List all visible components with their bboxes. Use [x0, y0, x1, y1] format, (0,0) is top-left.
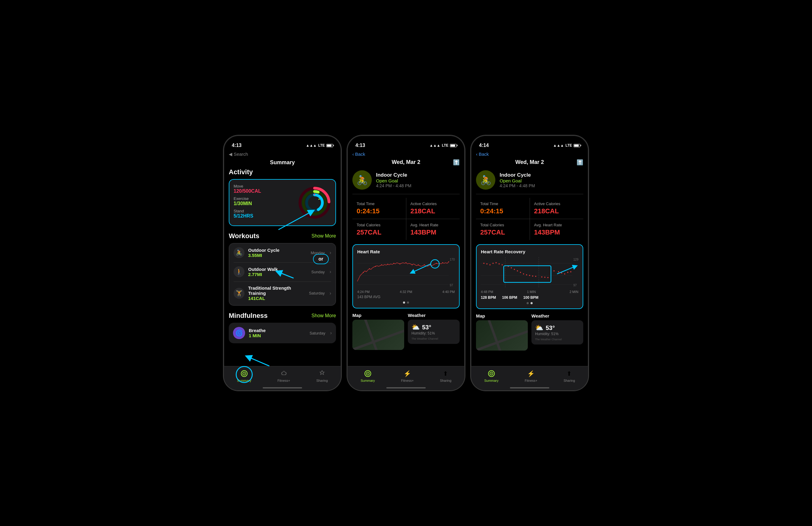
tab-summary-3[interactable]: Summary [484, 369, 498, 382]
dot-1-2 [403, 302, 405, 304]
fitness-tab-icon [280, 369, 288, 378]
total-time-label-3: Total Time [480, 202, 525, 206]
chart-scale-3: 129 97 [573, 257, 578, 288]
avg-hr-cell-3: Avg. Heart Rate 143BPM [530, 219, 583, 240]
avg-hr-label-2: Avg. Heart Rate [410, 223, 456, 227]
svg-text:▲: ▲ [318, 198, 320, 200]
stand-value: 5/12HRS [234, 213, 298, 219]
chart-time2-3: 1 MIN [527, 290, 536, 294]
cycle-icon: 🚴 [234, 247, 245, 258]
total-time-label-2: Total Time [357, 202, 402, 206]
stats-grid-3: Total Time 0:24:15 Active Calories 218CA… [476, 198, 583, 240]
map-placeholder-3 [476, 320, 528, 351]
back-label-2[interactable]: Back [355, 151, 365, 157]
svg-text:▲: ▲ [313, 192, 316, 196]
tab-summary-label-3: Summary [484, 379, 498, 382]
workout-3[interactable]: 🏋️ Traditional Strength Training 141CAL … [229, 282, 335, 305]
show-more-mind[interactable]: Show More [311, 313, 336, 319]
weather-humidity-3: Humidity: 51% [535, 332, 580, 336]
workout-1-value: 3.55MI [248, 253, 307, 258]
workout-type-3: Indoor Cycle [499, 172, 583, 178]
map-road-1b [476, 320, 528, 351]
back-label-3[interactable]: Back [479, 151, 489, 157]
svg-point-12 [244, 373, 245, 374]
workout-2[interactable]: 🚶 Outdoor Walk 2.77MI Sunday › [229, 263, 335, 281]
tab-fitness-2[interactable]: ⚡ Fitness+ [401, 369, 414, 382]
chevron-breathe: › [330, 330, 332, 336]
svg-point-19 [375, 266, 376, 267]
weather-label-2: Weather [408, 313, 460, 318]
map-card-3[interactable] [476, 320, 528, 351]
weather-temp-2: 53° [422, 324, 431, 331]
dynamic-island [264, 139, 301, 149]
svg-point-66 [567, 272, 568, 273]
workout-goal-3: Open Goal [499, 178, 583, 183]
weather-label-3: Weather [532, 313, 583, 319]
show-more-workouts[interactable]: Show More [311, 233, 336, 239]
back-nav-1[interactable]: ◀ Search [224, 151, 341, 158]
map-label-2: Map [352, 313, 404, 318]
svg-point-63 [558, 271, 559, 273]
stand-label: Stand [234, 209, 298, 213]
tab-summary-1[interactable]: Summary [237, 369, 251, 382]
tab-fitness-3[interactable]: ⚡ Fitness+ [525, 369, 537, 382]
svg-rect-68 [504, 266, 551, 282]
tab-sharing-label-1: Sharing [316, 379, 328, 382]
mindfulness-card: 🌀 Breathe 1 MIN Saturday › [229, 323, 336, 343]
signal-icon-3: ▲▲▲ [553, 143, 564, 148]
total-cal-value-3: 257CAL [480, 229, 525, 236]
weather-row-2: ⛅ 53° [411, 323, 456, 331]
bpm2-3: 106 BPM [502, 295, 517, 299]
svg-point-55 [526, 274, 527, 275]
chart-low-2: 97 [450, 283, 455, 287]
workout-3-day: Saturday [309, 291, 325, 295]
stats-grid-2: Total Time 0:24:15 Active Calories 218CA… [352, 198, 460, 240]
workout-3-value: 141CAL [248, 296, 305, 301]
back-nav-3[interactable]: ‹ Back [471, 151, 588, 158]
tab-summary-2[interactable]: Summary [361, 369, 375, 382]
tab-sharing-3[interactable]: ⬆ Sharing [564, 369, 575, 382]
move-stat: Move 120/500CAL [234, 184, 298, 194]
total-time-value-2: 0:24:15 [357, 207, 402, 215]
heart-rate-recovery-chart-3: Heart Rate Recovery [476, 244, 583, 309]
workout-2-day: Sunday [311, 270, 325, 274]
phone1-content: Activity Move 120/500CAL Exercise 1/30MI… [224, 168, 341, 383]
workout-3-name: Traditional Strength Training [248, 286, 305, 296]
activity-rings-row: Move 120/500CAL Exercise 1/30MIN Stand 5… [234, 184, 331, 221]
back-nav-2[interactable]: ‹ Back [348, 151, 464, 158]
workout-2-name: Outdoor Walk [248, 267, 308, 272]
summary-tab-icon [240, 369, 248, 378]
active-cal-label-3: Active Calories [534, 202, 579, 206]
svg-point-53 [520, 272, 521, 273]
move-value: 120/500CAL [234, 188, 298, 194]
svg-point-62 [553, 270, 554, 272]
phones-container: 4:13 ▲▲▲ LTE ◀ Search Summary Activity [223, 135, 589, 391]
battery-icon [326, 144, 333, 147]
map-card-2[interactable] [352, 320, 404, 350]
share-button-2[interactable]: ⬆️ [453, 159, 460, 166]
lte-label-2: LTE [442, 143, 448, 148]
time-2: 4:13 [356, 143, 365, 148]
workout-time-range-2: 4:24 PM - 4:48 PM [376, 183, 460, 188]
svg-point-17 [363, 272, 364, 273]
mindfulness-title: Mindfulness [229, 312, 267, 320]
svg-point-51 [514, 269, 515, 270]
map-placeholder-2 [352, 320, 404, 350]
tab-sharing-1[interactable]: Sharing [316, 369, 328, 382]
share-button-3[interactable]: ⬆️ [577, 159, 583, 166]
tab-sharing-2[interactable]: ⬆ Sharing [440, 369, 451, 382]
workout-1[interactable]: 🚴 Outdoor Cycle 3.55MI Monday › [229, 244, 335, 262]
summary-title: Summary [270, 159, 295, 166]
svg-point-27 [424, 264, 425, 265]
svg-point-50 [511, 267, 512, 268]
summary-tab-icon-2 [364, 369, 372, 378]
tab-fitness-label-1: Fitness+ [277, 379, 290, 382]
heart-rate-chart-2: Heart Rate [352, 244, 460, 308]
tab-fitness-1[interactable]: Fitness+ [277, 369, 290, 382]
back-search-label[interactable]: ◀ Search [229, 151, 248, 157]
chart-scale-2: 170 97 [450, 257, 455, 288]
svg-point-58 [535, 276, 536, 277]
phone3-content: 🚴 Indoor Cycle Open Goal 4:24 PM - 4:48 … [471, 168, 588, 383]
weather-humidity-2: Humidity: 51% [411, 331, 456, 335]
total-time-cell-2: Total Time 0:24:15 [352, 198, 406, 219]
